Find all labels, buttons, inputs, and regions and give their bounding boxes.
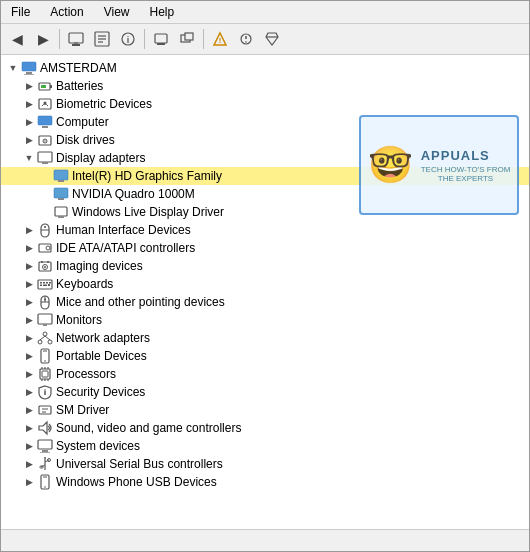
expander-hid[interactable]: [21, 222, 37, 238]
svg-text:i: i: [127, 35, 130, 45]
expander-biometric[interactable]: [21, 96, 37, 112]
svg-rect-38: [55, 207, 67, 216]
forward-button[interactable]: ▶: [31, 27, 55, 51]
system-label: System devices: [56, 439, 140, 453]
monitor-icon: [37, 312, 53, 328]
display-adapter-icon-nvidia: [53, 186, 69, 202]
svg-rect-60: [38, 314, 52, 324]
expander-processors[interactable]: [21, 366, 37, 382]
processor-icon: [37, 366, 53, 382]
content-area: AMSTERDAM Batteries: [1, 55, 529, 529]
expander-display[interactable]: [21, 150, 37, 166]
svg-rect-23: [50, 85, 52, 88]
toolbar-btn-8[interactable]: [260, 27, 284, 51]
tree-node-amsterdam[interactable]: AMSTERDAM: [1, 59, 529, 77]
amsterdam-label: AMSTERDAM: [40, 61, 117, 75]
tree-node-mice[interactable]: Mice and other pointing devices: [1, 293, 529, 311]
toolbar-btn-4[interactable]: [149, 27, 173, 51]
svg-point-44: [46, 246, 50, 250]
tree-node-network[interactable]: Network adapters: [1, 329, 529, 347]
svg-rect-32: [38, 152, 52, 162]
tree-node-disk[interactable]: Disk drives: [1, 131, 529, 149]
expander-amsterdam[interactable]: [5, 60, 21, 76]
svg-rect-28: [42, 126, 48, 128]
device-tree[interactable]: AMSTERDAM Batteries: [1, 55, 529, 529]
tree-node-ide[interactable]: IDE ATA/ATAPI controllers: [1, 239, 529, 257]
expander-mice[interactable]: [21, 294, 37, 310]
tree-node-intel[interactable]: Intel(R) HD Graphics Family: [1, 167, 529, 185]
tree-node-display[interactable]: Display adapters: [1, 149, 529, 167]
svg-rect-54: [48, 284, 50, 286]
toolbar-btn-7[interactable]: [234, 27, 258, 51]
svg-point-47: [44, 266, 46, 268]
svg-rect-72: [42, 371, 48, 377]
expander-portable[interactable]: [21, 348, 37, 364]
tree-node-keyboards[interactable]: Keyboards: [1, 275, 529, 293]
svg-rect-53: [43, 285, 47, 287]
svg-point-31: [44, 140, 45, 141]
menu-view[interactable]: View: [98, 3, 136, 21]
tree-node-usb[interactable]: Universal Serial Bus controllers: [1, 455, 529, 473]
svg-rect-51: [46, 282, 48, 284]
svg-rect-49: [40, 282, 42, 284]
expander-ide[interactable]: [21, 240, 37, 256]
svg-point-42: [44, 226, 46, 228]
toolbar-btn-5[interactable]: [175, 27, 199, 51]
keyboard-icon: [37, 276, 53, 292]
disk-icon: [37, 132, 53, 148]
expander-usb[interactable]: [21, 456, 37, 472]
device-manager-window: File Action View Help ◀ ▶ i !: [0, 0, 530, 552]
svg-point-70: [44, 360, 46, 362]
tree-node-batteries[interactable]: Batteries: [1, 77, 529, 95]
menu-action[interactable]: Action: [44, 3, 89, 21]
expander-security[interactable]: [21, 384, 37, 400]
svg-rect-85: [38, 440, 52, 449]
expander-imaging[interactable]: [21, 258, 37, 274]
network-label: Network adapters: [56, 331, 150, 345]
tree-node-imaging[interactable]: Imaging devices: [1, 257, 529, 275]
tree-node-monitors[interactable]: Monitors: [1, 311, 529, 329]
tree-node-computer[interactable]: Computer: [1, 113, 529, 131]
svg-point-17: [245, 41, 247, 43]
svg-rect-81: [39, 406, 51, 414]
expander-computer[interactable]: [21, 114, 37, 130]
expander-network[interactable]: [21, 330, 37, 346]
expander-sound[interactable]: [21, 420, 37, 436]
svg-rect-50: [43, 282, 45, 284]
tree-node-nvidia[interactable]: NVIDIA Quadro 1000M: [1, 185, 529, 203]
expander-batteries[interactable]: [21, 78, 37, 94]
tree-node-processors[interactable]: Processors: [1, 365, 529, 383]
tree-node-winphone[interactable]: Windows Phone USB Devices: [1, 473, 529, 491]
tree-node-biometric[interactable]: Biometric Devices: [1, 95, 529, 113]
svg-point-59: [44, 299, 46, 301]
back-button[interactable]: ◀: [5, 27, 29, 51]
toolbar-btn-6[interactable]: !: [208, 27, 232, 51]
expander-sm[interactable]: [21, 402, 37, 418]
svg-rect-10: [157, 43, 165, 45]
tree-node-security[interactable]: Security Devices: [1, 383, 529, 401]
disk-label: Disk drives: [56, 133, 115, 147]
expander-keyboards[interactable]: [21, 276, 37, 292]
tree-node-sound[interactable]: Sound, video and game controllers: [1, 419, 529, 437]
expander-monitors[interactable]: [21, 312, 37, 328]
menu-file[interactable]: File: [5, 3, 36, 21]
expander-disk[interactable]: [21, 132, 37, 148]
portable-icon: [37, 348, 53, 364]
expander-winphone[interactable]: [21, 474, 37, 490]
tree-node-system[interactable]: System devices: [1, 437, 529, 455]
hid-label: Human Interface Devices: [56, 223, 191, 237]
tree-node-hid[interactable]: Human Interface Devices: [1, 221, 529, 239]
sound-label: Sound, video and game controllers: [56, 421, 241, 435]
toolbar-btn-1[interactable]: [64, 27, 88, 51]
svg-rect-1: [72, 44, 80, 46]
expander-system[interactable]: [21, 438, 37, 454]
tree-node-sm[interactable]: SM Driver: [1, 401, 529, 419]
display-label: Display adapters: [56, 151, 145, 165]
menu-help[interactable]: Help: [144, 3, 181, 21]
computer-icon: [21, 60, 37, 76]
statusbar: [1, 529, 529, 551]
toolbar-btn-3[interactable]: i: [116, 27, 140, 51]
tree-node-portable[interactable]: Portable Devices: [1, 347, 529, 365]
toolbar-btn-2[interactable]: [90, 27, 114, 51]
tree-node-winlivedisp[interactable]: Windows Live Display Driver: [1, 203, 529, 221]
